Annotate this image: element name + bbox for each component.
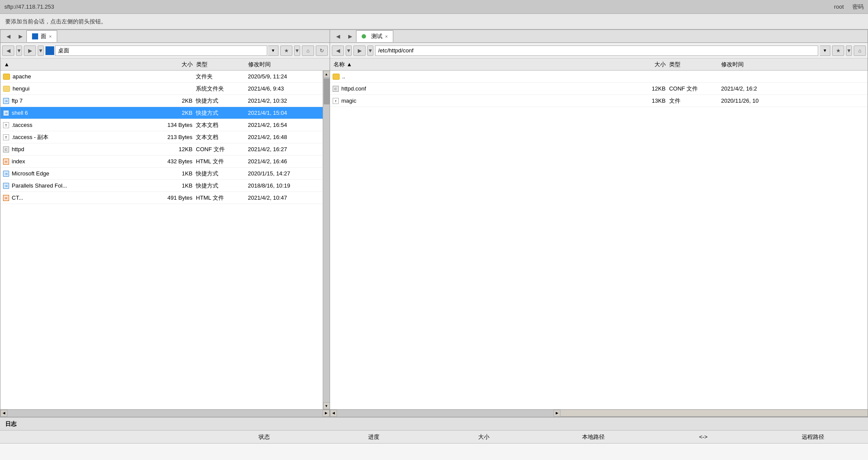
file-size: 491 Bytes [152,194,196,201]
left-scroll-track[interactable] [323,78,330,402]
right-panel: ◀ ▶ 测试 × ◀ ▼ ▶ ▼ /etc/httpd/conf ▼ ★ ▼ ⌂ [330,29,868,417]
right-hscroll-left[interactable]: ◀ [330,410,337,417]
table-row[interactable]: C httpd 12KB CONF 文件 2021/4/2, 16:27 [0,143,323,155]
left-vscroll[interactable]: ▲ ▼ [323,71,330,409]
file-type: 快捷方式 [196,182,248,190]
right-toolbar: ◀ ▼ ▶ ▼ /etc/httpd/conf ▼ ★ ▼ ⌂ [330,43,868,58]
right-col-sort-icon[interactable]: ▲ [347,61,352,68]
left-scroll-up-btn[interactable]: ▲ [323,71,330,78]
right-path-text: /etc/httpd/conf [378,47,414,54]
left-tab-desktop[interactable]: 面 × [26,30,57,42]
file-size: 1KB [152,170,196,177]
log-label: 日志 [5,420,16,428]
table-row[interactable]: apache 文件夹 2020/5/9, 11:24 [0,71,323,83]
right-back-btn[interactable]: ◀ [332,45,344,56]
left-nav-back[interactable]: ◀ [2,31,14,42]
file-name: .. [342,73,345,80]
right-header-date: 修改时间 [721,61,868,68]
right-forward-btn[interactable]: ▶ [353,45,366,56]
left-hscroll-right[interactable]: ▶ [323,410,330,417]
table-row[interactable]: H index 432 Bytes HTML 文件 2021/4/2, 16:4… [0,155,323,168]
right-tab-label: 测试 [371,32,382,40]
left-scroll-thumb[interactable] [324,78,330,104]
right-dropdown-fwd[interactable]: ▼ [367,45,373,56]
table-row[interactable]: C httpd.conf 12KB CONF 文件 2021/4/2, 16:2 [330,83,868,95]
user-label: root [834,3,844,10]
left-dropdown-back[interactable]: ▼ [16,45,22,56]
file-date: 2021/4/2, 10:32 [248,97,323,104]
right-nav-back[interactable]: ◀ [332,31,344,42]
right-nav-forward[interactable]: ▶ [344,31,356,42]
left-dropdown-fwd[interactable]: ▼ [38,45,44,56]
table-row[interactable]: H CT... 491 Bytes HTML 文件 2021/4/2, 10:4… [0,192,323,204]
right-file-list: .. C httpd.conf 12KB CONF 文件 2021/4/2, 1… [330,71,868,409]
table-row[interactable]: f magic 13KB 文件 2020/11/26, 10 [330,95,868,107]
right-bookmark-dropdown[interactable]: ▼ [846,45,852,56]
log-header: 日志 [0,418,868,431]
right-hscroll-track[interactable] [337,410,554,417]
transfer-col-local: 本地路径 [539,433,649,441]
right-file-header: 名称 ▲ 大小 类型 修改时间 [330,58,868,71]
table-row[interactable]: ⇒ Parallels Shared Fol... 1KB 快捷方式 2018/… [0,180,323,192]
file-size: 12KB [626,85,669,92]
main-area: ◀ ▶ 面 × ◀ ▼ ▶ ▼ 桌面 ▼ ★ ▼ ⌂ [0,29,868,417]
left-refresh-btn[interactable]: ↻ [316,45,328,56]
table-row[interactable]: T .taccess - 副本 213 Bytes 文本文档 2021/4/2,… [0,131,323,143]
file-type: CONF 文件 [196,146,248,153]
right-header-size: 大小 [626,61,669,68]
table-row[interactable]: .. [330,71,868,83]
file-name: httpd.conf [341,85,366,92]
file-name: apache [13,73,31,80]
left-hscroll-track[interactable] [7,410,323,417]
table-row[interactable]: hengui 系统文件夹 2021/4/6, 9:43 [0,83,323,95]
file-size: 213 Bytes [152,134,196,140]
file-type: 快捷方式 [196,170,248,178]
left-tab-close[interactable]: × [49,34,52,39]
left-bookmark-btn[interactable]: ★ [280,45,292,56]
right-hscroll-right[interactable]: ▶ [554,410,560,417]
left-back-btn[interactable]: ◀ [2,45,14,56]
table-row[interactable]: ⇒ shell 6 2KB 快捷方式 2021/4/1, 15:04 [0,107,323,119]
left-home-btn[interactable]: ⌂ [302,45,314,56]
left-path-input[interactable]: 桌面 [55,45,267,56]
right-dropdown-back[interactable]: ▼ [346,45,352,56]
file-type: CONF 文件 [669,85,721,93]
left-hscroll-left[interactable]: ◀ [0,410,7,417]
right-header-type: 类型 [669,61,721,68]
file-date: 2020/5/9, 11:24 [248,73,323,80]
file-size: 13KB [626,97,669,104]
right-bookmark-btn[interactable]: ★ [832,45,844,56]
file-type: 系统文件夹 [196,85,248,93]
table-row[interactable]: ⇒ Microsoft Edge 1KB 快捷方式 2020/1/15, 14:… [0,168,323,180]
left-hscroll[interactable]: ◀ ▶ [0,409,330,416]
folder-icon [32,33,38,39]
left-tab-label: 面 [41,32,46,40]
right-hscroll[interactable]: ◀ ▶ [330,409,868,416]
left-header-size: 大小 [153,61,196,68]
left-col-scroll-up[interactable]: ▲ [4,61,10,68]
left-header-date: 修改时间 [248,61,323,68]
right-path-input[interactable]: /etc/httpd/conf [375,45,818,56]
left-forward-btn[interactable]: ▶ [24,45,36,56]
folder-icon-toolbar [45,46,54,55]
right-tab-ceshi[interactable]: 测试 × [356,30,393,42]
file-date: 2021/4/2, 16:2 [721,85,868,92]
table-row[interactable]: ⇒ ftp 7 2KB 快捷方式 2021/4/2, 10:32 [0,95,323,107]
green-dot-icon [362,34,366,39]
right-path-dropdown[interactable]: ▼ [820,45,830,56]
file-name: httpd [12,146,24,152]
file-type: 快捷方式 [196,97,248,105]
file-type: 文本文档 [196,121,248,129]
right-home-btn[interactable]: ⌂ [854,45,866,56]
table-row[interactable]: T .taccess 134 Bytes 文本文档 2021/4/2, 16:5… [0,119,323,131]
top-bar: sftp://47.118.71.253 root 密码 [0,0,868,14]
left-path-dropdown[interactable]: ▼ [268,45,279,56]
left-scroll-down-btn[interactable]: ▼ [323,402,330,409]
right-tab-close[interactable]: × [385,34,388,39]
file-name: Parallels Shared Fol... [12,182,67,189]
file-type: HTML 文件 [196,194,248,202]
left-nav-forward[interactable]: ▶ [14,31,26,42]
file-date: 2018/8/16, 10:19 [248,182,323,189]
left-bookmark-dropdown[interactable]: ▼ [294,45,300,56]
file-name: index [12,158,25,165]
